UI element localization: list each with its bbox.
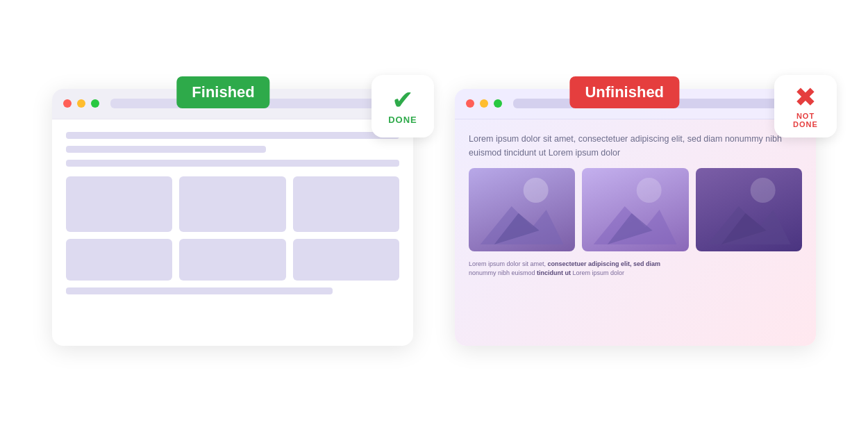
wire-block-5 — [179, 239, 285, 281]
checkmark-icon: ✔ — [392, 87, 414, 113]
dot-red-left — [63, 99, 72, 108]
content-right: Lorem ipsum dolor sit amet, consectetuer… — [455, 119, 816, 291]
xmark-icon: ✖ — [794, 84, 817, 110]
lorem-main-text: Lorem ipsum dolor sit amet, consectetuer… — [469, 132, 802, 160]
wire-block-6 — [293, 239, 399, 281]
wire-grid-top — [66, 176, 399, 232]
wire-line-4 — [66, 287, 333, 294]
wire-grid-bottom — [66, 239, 399, 281]
finished-panel: Finished ✔ DONE — [52, 89, 413, 346]
wire-block-2 — [179, 176, 285, 232]
finished-badge: Finished — [176, 76, 269, 108]
wire-line-1 — [66, 132, 399, 139]
image-placeholder-3 — [696, 168, 802, 251]
dot-red-right — [466, 99, 474, 108]
image-placeholder-1 — [469, 168, 575, 251]
done-status-icon: ✔ DONE — [372, 75, 434, 137]
dot-yellow-left — [77, 99, 85, 108]
dot-yellow-right — [480, 99, 488, 108]
wire-block-4 — [66, 239, 172, 281]
notdone-status-icon: ✖ NOTDONE — [774, 75, 837, 137]
wire-line-2 — [66, 146, 266, 153]
lorem-small-text: Lorem ipsum dolor sit amet, consectetuer… — [469, 260, 802, 278]
unfinished-badge: Unfinished — [569, 76, 679, 108]
image-placeholder-2 — [582, 168, 688, 251]
wireframe-content — [52, 119, 413, 307]
unfinished-window: Lorem ipsum dolor sit amet, consectetuer… — [455, 89, 816, 346]
notdone-label: NOTDONE — [793, 112, 818, 128]
svg-point-3 — [637, 178, 662, 203]
svg-point-6 — [750, 178, 775, 203]
wire-block-1 — [66, 176, 172, 232]
unfinished-panel: Unfinished ✖ NOTDONE Lorem ipsum dolor s… — [455, 89, 816, 346]
finished-window — [52, 89, 413, 346]
image-grid — [469, 168, 802, 251]
svg-point-0 — [524, 178, 549, 203]
wire-block-3 — [293, 176, 399, 232]
dot-green-left — [91, 99, 99, 108]
done-label: DONE — [388, 115, 417, 125]
wire-line-3 — [66, 160, 399, 167]
dot-green-right — [494, 99, 502, 108]
